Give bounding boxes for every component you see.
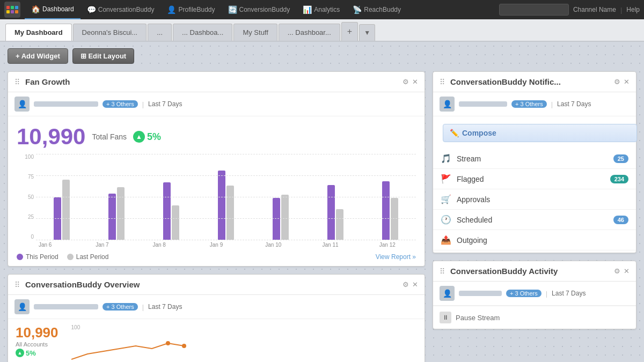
drag-handle-icon[interactable]: ⠿: [440, 78, 445, 86]
stream-badge: 25: [613, 154, 628, 163]
help-link[interactable]: Help: [626, 6, 640, 13]
svg-point-0: [166, 341, 170, 345]
pause-stream-label: Pause Stream: [456, 314, 500, 322]
filter-bar: [34, 304, 98, 309]
nav-analytics[interactable]: 📊 Analytics: [296, 0, 346, 19]
current-bar: [108, 194, 116, 240]
current-bar: [218, 171, 225, 240]
y-label-0: 0: [17, 234, 34, 240]
tab-dashboar[interactable]: ... Dashboar...: [279, 24, 340, 41]
x-axis-label: Jan 6: [17, 242, 74, 248]
tab-my-stuff[interactable]: My Stuff: [233, 24, 277, 41]
mini-chart-placeholder: 100: [66, 319, 425, 362]
close-icon[interactable]: ✕: [412, 280, 418, 289]
x-axis-label: Jan 9: [188, 242, 245, 248]
channel-name[interactable]: Channel Name: [573, 6, 616, 13]
y-label-50: 50: [17, 194, 34, 200]
tab-dashboa[interactable]: ... Dashboa...: [173, 24, 232, 41]
close-icon[interactable]: ✕: [624, 267, 630, 275]
others-badge[interactable]: + 3 Others: [103, 303, 138, 311]
edit-layout-button[interactable]: ⊞ Edit Layout: [72, 48, 134, 64]
nav-profilebuddy[interactable]: 👤 ProfileBuddy: [160, 0, 221, 19]
last-period-dot: [67, 254, 74, 260]
cb-activity-header: ⠿ ConversationBuddy Activity ⚙ ✕: [433, 261, 636, 282]
previous-bar: [62, 180, 70, 240]
chart-legend: This Period Last Period View Report »: [8, 253, 425, 266]
up-arrow-icon: ▲: [16, 349, 24, 357]
x-axis-label: Jan 8: [131, 242, 188, 248]
cb-menu-stream[interactable]: 🎵 Stream 25: [433, 149, 636, 169]
cb-overview-header: ⠿ ConversationBuddy Overview ⚙ ✕: [8, 275, 425, 295]
app-logo[interactable]: [4, 2, 20, 18]
fan-growth-widget: ⠿ Fan Growth ⚙ ✕ 👤 + 3 Others | Last 7 D…: [8, 71, 425, 267]
nav-conversionbuddy[interactable]: 🔄 ConversionBuddy: [222, 0, 297, 19]
nav-divider: |: [620, 6, 622, 14]
cb-menu-flagged[interactable]: 🚩 Flagged 234: [433, 169, 636, 189]
nav-conversationbuddy[interactable]: 💬 ConversationBuddy: [80, 0, 161, 19]
y-label-75: 75: [17, 174, 34, 180]
tab-3[interactable]: ...: [148, 24, 172, 41]
action-bar: + Add Widget ⊞ Edit Layout: [8, 48, 636, 64]
add-widget-button[interactable]: + Add Widget: [8, 48, 68, 64]
grid-line-100: [36, 154, 416, 154]
others-badge[interactable]: + 3 Others: [506, 290, 541, 297]
settings-icon[interactable]: ⚙: [402, 78, 409, 86]
cb-overview-title: ConversationBuddy Overview: [25, 280, 140, 289]
view-report-link[interactable]: View Report »: [376, 253, 416, 261]
y-axis-labels: 100 75 50 25 0: [17, 154, 34, 240]
others-badge[interactable]: + 3 Others: [103, 100, 138, 108]
stats-block: 10,990 All Accounts ▲ 5%: [8, 319, 66, 362]
x-axis-labels: Jan 6Jan 7Jan 8Jan 9Jan 10Jan 11Jan 12: [17, 242, 416, 248]
compose-button[interactable]: ✏️ Compose: [443, 124, 637, 142]
pause-stream-row[interactable]: ⏸ Pause Stream: [433, 306, 636, 329]
cb-menu-outgoing[interactable]: 📤 Outgoing: [433, 230, 636, 250]
conversionbuddy-icon: 🔄: [228, 5, 237, 14]
nav-reachbuddy[interactable]: 📡 ReachBuddy: [346, 0, 407, 19]
avatar: 👤: [14, 97, 30, 112]
stat-number: 10,990: [16, 324, 58, 341]
fan-growth-header: ⠿ Fan Growth ⚙ ✕: [8, 72, 425, 92]
outgoing-icon: 📤: [441, 235, 451, 245]
tab-deonna[interactable]: Deonna's Biscui...: [73, 24, 147, 41]
current-bar: [163, 182, 171, 240]
settings-icon[interactable]: ⚙: [614, 78, 620, 86]
nav-dashboard[interactable]: 🏠 Dashboard: [25, 0, 80, 19]
cb-menu-approvals[interactable]: 🛒 Approvals: [433, 189, 636, 210]
cb-notific-filter: 👤 + 3 Others | Last 7 Days: [433, 92, 636, 116]
previous-bar: [117, 187, 125, 240]
fan-percent: ▲ 5%: [133, 131, 161, 143]
current-bar: [273, 198, 280, 240]
tab-dropdown-button[interactable]: ▼: [359, 24, 375, 41]
x-axis-label: Jan 7: [74, 242, 130, 248]
drag-handle-icon[interactable]: ⠿: [14, 280, 20, 289]
settings-icon[interactable]: ⚙: [402, 280, 409, 289]
filter-bar: [459, 101, 507, 107]
settings-icon[interactable]: ⚙: [614, 267, 620, 275]
stat-all-accounts: 10,990 All Accounts ▲ 5%: [16, 324, 58, 362]
flagged-icon: 🚩: [441, 174, 451, 184]
cb-notific-title: ConversationBuddy Notific...: [450, 77, 561, 86]
cb-overview-filter: 👤 + 3 Others | Last 7 Days: [8, 295, 425, 319]
others-badge[interactable]: + 3 Others: [511, 100, 547, 108]
right-column: ⠿ ConversationBuddy Notific... ⚙ ✕ 👤 + 3…: [433, 71, 636, 362]
y-label-100: 100: [17, 154, 34, 160]
search-input[interactable]: [499, 4, 569, 16]
tab-my-dashboard[interactable]: My Dashboard: [5, 24, 72, 41]
filter-period: Last 7 Days: [148, 100, 182, 108]
drag-handle-icon[interactable]: ⠿: [440, 267, 445, 276]
fan-growth-title: Fan Growth: [25, 77, 70, 86]
avatar: 👤: [440, 286, 455, 301]
nav-items: 🏠 Dashboard 💬 ConversationBuddy 👤 Profil…: [25, 0, 499, 19]
cb-menu-scheduled[interactable]: 🕐 Scheduled 46: [433, 210, 636, 230]
drag-handle-icon[interactable]: ⠿: [14, 78, 20, 86]
previous-bar: [336, 209, 343, 240]
close-icon[interactable]: ✕: [412, 78, 418, 86]
top-navigation: 🏠 Dashboard 💬 ConversationBuddy 👤 Profil…: [0, 0, 644, 19]
scheduled-icon: 🕐: [441, 215, 451, 225]
filter-period: Last 7 Days: [552, 290, 586, 297]
avatar: 👤: [440, 97, 455, 112]
close-icon[interactable]: ✕: [624, 78, 630, 86]
filter-bar: [459, 291, 502, 296]
add-tab-button[interactable]: +: [341, 22, 358, 41]
conversationbuddy-icon: 💬: [87, 5, 96, 14]
